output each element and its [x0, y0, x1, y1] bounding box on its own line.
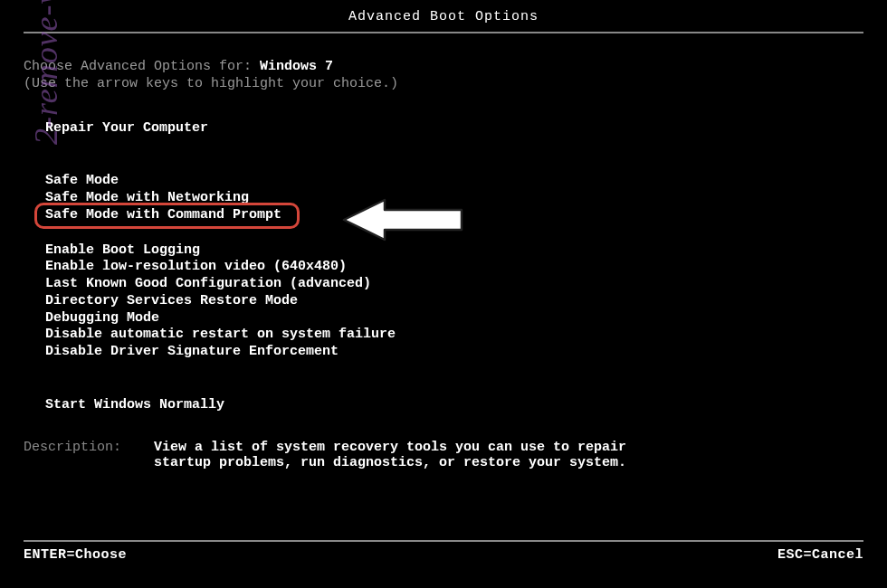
option-start-normally[interactable]: Start Windows Normally: [45, 397, 224, 414]
page-title: Advanced Boot Options: [0, 0, 887, 32]
option-highlighted-wrap: Safe Mode with Command Prompt: [45, 207, 281, 224]
hint-line: (Use the arrow keys to highlight your ch…: [24, 76, 863, 93]
option-safe-mode-cmd[interactable]: Safe Mode with Command Prompt: [45, 207, 281, 224]
option-disable-driver-sig[interactable]: Disable Driver Signature Enforcement: [45, 344, 339, 361]
footer-enter-hint: ENTER=Choose: [24, 547, 127, 563]
os-name: Windows 7: [260, 59, 333, 74]
option-safe-mode[interactable]: Safe Mode: [45, 173, 119, 190]
footer-esc-hint: ESC=Cancel: [777, 547, 863, 563]
content-area: Choose Advanced Options for: Windows 7 (…: [0, 33, 887, 414]
footer: ENTER=Choose ESC=Cancel: [0, 540, 887, 563]
description-block: Description: View a list of system recov…: [0, 414, 887, 470]
option-dsrm[interactable]: Directory Services Restore Mode: [45, 293, 298, 310]
option-boot-logging[interactable]: Enable Boot Logging: [45, 242, 200, 260]
option-disable-auto-restart[interactable]: Disable automatic restart on system fail…: [45, 327, 396, 344]
option-low-res-video[interactable]: Enable low-resolution video (640x480): [45, 259, 347, 276]
option-repair-computer[interactable]: Repair Your Computer: [45, 120, 208, 138]
option-safe-mode-networking[interactable]: Safe Mode with Networking: [45, 190, 249, 207]
description-label: Description:: [24, 440, 154, 470]
choose-line: Choose Advanced Options for: Windows 7: [24, 59, 863, 76]
description-text: View a list of system recovery tools you…: [154, 440, 643, 470]
option-debugging[interactable]: Debugging Mode: [45, 310, 159, 327]
choose-prefix: Choose Advanced Options for:: [24, 59, 260, 74]
options-list: Repair Your Computer Safe Mode Safe Mode…: [24, 120, 863, 414]
option-last-known-good[interactable]: Last Known Good Configuration (advanced): [45, 276, 371, 293]
